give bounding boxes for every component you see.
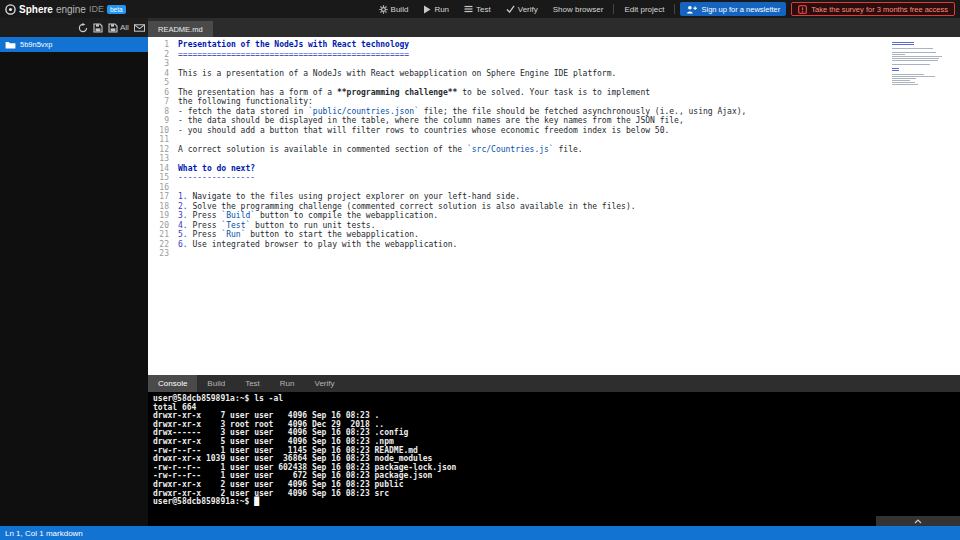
line-number: 14 <box>148 164 169 174</box>
survey-button-label: Take the survey for 3 months free access <box>811 5 948 14</box>
code-line: the following functionality: <box>178 97 960 107</box>
code-line: 2. Solve the programming challenge (comm… <box>178 202 960 212</box>
panel-tab-test-label: Test <box>245 379 260 388</box>
line-number: 20 <box>148 221 169 231</box>
code-line <box>178 135 960 145</box>
code-line <box>178 249 960 259</box>
terminal-cursor: █ <box>254 497 259 506</box>
minimap-line <box>892 42 914 43</box>
panel-tab-build[interactable]: Build <box>197 375 235 392</box>
mail-button[interactable] <box>134 24 145 32</box>
test-button[interactable]: Test <box>459 3 496 16</box>
status-bar: Ln 1, Col 1 markdown <box>0 526 960 540</box>
code-line: This is a presentation of a NodeJs with … <box>178 69 960 79</box>
play-icon <box>423 5 431 14</box>
gear-icon <box>379 5 388 14</box>
line-number: 6 <box>148 88 169 98</box>
floppy-all-icon <box>108 23 118 33</box>
line-number: 7 <box>148 97 169 107</box>
terminal-output: user@58dcb859891a:~$ ls -altotal 664drwx… <box>153 395 955 507</box>
panel-tab-run[interactable]: Run <box>270 375 305 392</box>
code-line: ========================================… <box>178 50 960 60</box>
minimap-line <box>892 66 944 68</box>
tab-readme-label: README.md <box>158 25 203 34</box>
list-icon <box>464 5 473 13</box>
code-line: 1. Navigate to the files using project e… <box>178 192 960 202</box>
code-line: Presentation of the NodeJs with React te… <box>178 40 960 50</box>
panel-tab-test[interactable]: Test <box>235 375 270 392</box>
editor-tab-bar: README.md <box>148 18 960 37</box>
minimap-line <box>892 76 935 77</box>
minimap-line <box>892 70 899 71</box>
code-line <box>178 78 960 88</box>
minimap-line <box>892 82 915 83</box>
panel-collapse-bar[interactable] <box>876 516 960 526</box>
sidebar-item-project-root[interactable]: 5b9n5vxp <box>0 37 148 52</box>
code-line: 6. Use integrated browser to play with t… <box>178 240 960 250</box>
newsletter-button[interactable]: Sign up for a newsletter <box>680 2 786 16</box>
line-number: 10 <box>148 126 169 136</box>
code-line: A correct solution is available in comme… <box>178 145 960 155</box>
line-number: 16 <box>148 183 169 193</box>
folder-icon <box>5 41 16 49</box>
refresh-icon <box>78 23 88 33</box>
file-toolbar: All <box>0 18 148 37</box>
cursor-position-status: Ln 1, Col 1 markdown <box>5 529 83 538</box>
code-line <box>178 154 960 164</box>
alert-icon <box>798 5 807 14</box>
floppy-icon <box>93 23 103 33</box>
test-button-label: Test <box>476 5 491 14</box>
survey-button[interactable]: Take the survey for 3 months free access <box>791 2 955 16</box>
editor-code[interactable]: Presentation of the NodeJs with React te… <box>174 40 960 375</box>
terminal-line: user@58dcb859891a:~$ ls -al <box>153 395 955 404</box>
line-number: 15 <box>148 173 169 183</box>
project-explorer: 5b9n5vxp <box>0 37 148 526</box>
sphere-logo-icon <box>5 4 16 15</box>
editor-and-console: 1234567891011121314151617181920212223 Pr… <box>148 37 960 526</box>
terminal-line: drwxr-xr-x 2 user user 4096 Sep 16 08:23… <box>153 490 955 499</box>
ide-window: Sphere engine IDE beta Build Run Test <box>0 0 960 540</box>
line-number: 9 <box>148 116 169 126</box>
editor-gutter: 1234567891011121314151617181920212223 <box>148 40 174 375</box>
sidebar-item-label: 5b9n5vxp <box>20 40 53 49</box>
panel-tab-build-label: Build <box>207 379 225 388</box>
topbar-separator <box>674 4 675 14</box>
save-button[interactable] <box>93 23 103 33</box>
minimap[interactable] <box>892 42 944 88</box>
refresh-button[interactable] <box>78 23 88 33</box>
code-line: 3. Press `Build` button to compile the w… <box>178 211 960 221</box>
minimap-line <box>892 84 918 85</box>
code-editor[interactable]: 1234567891011121314151617181920212223 Pr… <box>148 37 960 375</box>
verify-button[interactable]: Verify <box>501 3 543 16</box>
minimap-line <box>892 78 916 79</box>
edit-project-button[interactable]: Edit project <box>619 3 669 16</box>
minimap-line <box>892 64 930 65</box>
minimap-line <box>892 60 938 61</box>
envelope-icon <box>134 24 145 32</box>
line-number: 13 <box>148 154 169 164</box>
verify-button-label: Verify <box>518 5 538 14</box>
code-line: ---------------- <box>178 173 960 183</box>
minimap-line <box>892 54 905 55</box>
terminal[interactable]: user@58dcb859891a:~$ ls -altotal 664drwx… <box>148 392 960 526</box>
tab-readme[interactable]: README.md <box>148 21 213 37</box>
main-area: 5b9n5vxp 1234567891011121314151617181920… <box>0 37 960 526</box>
line-number: 17 <box>148 192 169 202</box>
panel-tab-console[interactable]: Console <box>148 375 197 392</box>
panel-tab-run-label: Run <box>280 379 295 388</box>
beta-badge: beta <box>107 5 126 14</box>
show-browser-button[interactable]: Show browser <box>548 3 609 16</box>
code-line: - you should add a button that will filt… <box>178 126 960 136</box>
line-number: 12 <box>148 145 169 155</box>
line-number: 19 <box>148 211 169 221</box>
save-all-button[interactable]: All <box>108 23 129 33</box>
build-button-label: Build <box>391 5 409 14</box>
minimap-line <box>892 86 944 88</box>
line-number: 18 <box>148 202 169 212</box>
run-button[interactable]: Run <box>418 3 454 16</box>
build-button[interactable]: Build <box>374 3 414 16</box>
panel-tab-verify[interactable]: Verify <box>305 375 345 392</box>
code-line: - fetch the data stored in `public/count… <box>178 107 960 117</box>
minimap-line <box>892 68 899 69</box>
minimap-line <box>892 44 914 45</box>
